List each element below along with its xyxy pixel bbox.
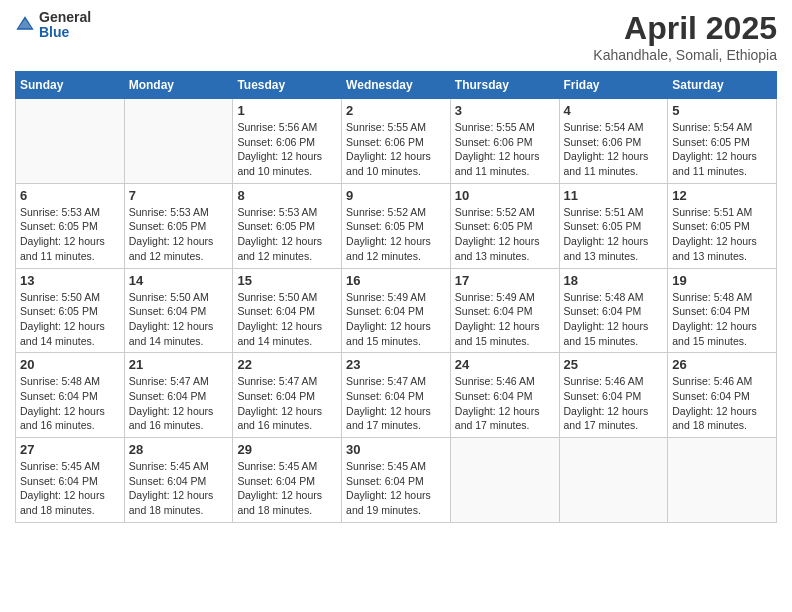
day-info: Sunrise: 5:53 AMSunset: 6:05 PMDaylight:… (237, 205, 337, 264)
day-number: 16 (346, 273, 446, 288)
calendar-cell (16, 99, 125, 184)
week-row-4: 20Sunrise: 5:48 AMSunset: 6:04 PMDayligh… (16, 353, 777, 438)
calendar-cell: 13Sunrise: 5:50 AMSunset: 6:05 PMDayligh… (16, 268, 125, 353)
calendar-cell (668, 438, 777, 523)
calendar-cell: 8Sunrise: 5:53 AMSunset: 6:05 PMDaylight… (233, 183, 342, 268)
day-info: Sunrise: 5:47 AMSunset: 6:04 PMDaylight:… (346, 374, 446, 433)
calendar-header: SundayMondayTuesdayWednesdayThursdayFrid… (16, 72, 777, 99)
day-number: 14 (129, 273, 229, 288)
weekday-header-wednesday: Wednesday (342, 72, 451, 99)
day-info: Sunrise: 5:50 AMSunset: 6:04 PMDaylight:… (129, 290, 229, 349)
week-row-1: 1Sunrise: 5:56 AMSunset: 6:06 PMDaylight… (16, 99, 777, 184)
calendar-cell: 28Sunrise: 5:45 AMSunset: 6:04 PMDayligh… (124, 438, 233, 523)
calendar-cell: 14Sunrise: 5:50 AMSunset: 6:04 PMDayligh… (124, 268, 233, 353)
day-number: 8 (237, 188, 337, 203)
day-number: 29 (237, 442, 337, 457)
day-info: Sunrise: 5:45 AMSunset: 6:04 PMDaylight:… (237, 459, 337, 518)
day-number: 25 (564, 357, 664, 372)
calendar-cell: 29Sunrise: 5:45 AMSunset: 6:04 PMDayligh… (233, 438, 342, 523)
calendar-cell: 21Sunrise: 5:47 AMSunset: 6:04 PMDayligh… (124, 353, 233, 438)
day-number: 24 (455, 357, 555, 372)
day-info: Sunrise: 5:50 AMSunset: 6:05 PMDaylight:… (20, 290, 120, 349)
day-number: 11 (564, 188, 664, 203)
day-number: 2 (346, 103, 446, 118)
day-info: Sunrise: 5:49 AMSunset: 6:04 PMDaylight:… (346, 290, 446, 349)
day-info: Sunrise: 5:50 AMSunset: 6:04 PMDaylight:… (237, 290, 337, 349)
calendar-cell: 22Sunrise: 5:47 AMSunset: 6:04 PMDayligh… (233, 353, 342, 438)
weekday-header-saturday: Saturday (668, 72, 777, 99)
day-number: 21 (129, 357, 229, 372)
month-title: April 2025 (593, 10, 777, 47)
day-info: Sunrise: 5:49 AMSunset: 6:04 PMDaylight:… (455, 290, 555, 349)
day-number: 9 (346, 188, 446, 203)
day-info: Sunrise: 5:52 AMSunset: 6:05 PMDaylight:… (455, 205, 555, 264)
day-number: 12 (672, 188, 772, 203)
calendar-cell (450, 438, 559, 523)
weekday-header-thursday: Thursday (450, 72, 559, 99)
calendar-cell: 4Sunrise: 5:54 AMSunset: 6:06 PMDaylight… (559, 99, 668, 184)
day-number: 18 (564, 273, 664, 288)
logo: General Blue (15, 10, 91, 41)
page-header: General Blue April 2025 Kahandhale, Soma… (15, 10, 777, 63)
calendar-cell (559, 438, 668, 523)
day-number: 5 (672, 103, 772, 118)
week-row-3: 13Sunrise: 5:50 AMSunset: 6:05 PMDayligh… (16, 268, 777, 353)
day-number: 13 (20, 273, 120, 288)
calendar-cell: 12Sunrise: 5:51 AMSunset: 6:05 PMDayligh… (668, 183, 777, 268)
calendar-cell: 16Sunrise: 5:49 AMSunset: 6:04 PMDayligh… (342, 268, 451, 353)
day-info: Sunrise: 5:46 AMSunset: 6:04 PMDaylight:… (564, 374, 664, 433)
day-info: Sunrise: 5:51 AMSunset: 6:05 PMDaylight:… (564, 205, 664, 264)
day-number: 17 (455, 273, 555, 288)
day-info: Sunrise: 5:45 AMSunset: 6:04 PMDaylight:… (20, 459, 120, 518)
day-number: 4 (564, 103, 664, 118)
day-info: Sunrise: 5:54 AMSunset: 6:05 PMDaylight:… (672, 120, 772, 179)
day-number: 26 (672, 357, 772, 372)
logo-text: General Blue (39, 10, 91, 41)
day-number: 3 (455, 103, 555, 118)
weekday-header-tuesday: Tuesday (233, 72, 342, 99)
day-number: 20 (20, 357, 120, 372)
calendar-cell: 17Sunrise: 5:49 AMSunset: 6:04 PMDayligh… (450, 268, 559, 353)
calendar-cell: 23Sunrise: 5:47 AMSunset: 6:04 PMDayligh… (342, 353, 451, 438)
calendar-cell: 30Sunrise: 5:45 AMSunset: 6:04 PMDayligh… (342, 438, 451, 523)
weekday-header-friday: Friday (559, 72, 668, 99)
day-info: Sunrise: 5:53 AMSunset: 6:05 PMDaylight:… (20, 205, 120, 264)
day-number: 19 (672, 273, 772, 288)
calendar-cell: 10Sunrise: 5:52 AMSunset: 6:05 PMDayligh… (450, 183, 559, 268)
day-number: 22 (237, 357, 337, 372)
calendar-cell: 20Sunrise: 5:48 AMSunset: 6:04 PMDayligh… (16, 353, 125, 438)
day-info: Sunrise: 5:46 AMSunset: 6:04 PMDaylight:… (672, 374, 772, 433)
week-row-2: 6Sunrise: 5:53 AMSunset: 6:05 PMDaylight… (16, 183, 777, 268)
day-number: 6 (20, 188, 120, 203)
day-number: 23 (346, 357, 446, 372)
day-info: Sunrise: 5:47 AMSunset: 6:04 PMDaylight:… (237, 374, 337, 433)
week-row-5: 27Sunrise: 5:45 AMSunset: 6:04 PMDayligh… (16, 438, 777, 523)
logo-icon (15, 15, 35, 35)
calendar-cell: 6Sunrise: 5:53 AMSunset: 6:05 PMDaylight… (16, 183, 125, 268)
calendar-cell: 5Sunrise: 5:54 AMSunset: 6:05 PMDaylight… (668, 99, 777, 184)
day-info: Sunrise: 5:48 AMSunset: 6:04 PMDaylight:… (564, 290, 664, 349)
calendar-cell: 24Sunrise: 5:46 AMSunset: 6:04 PMDayligh… (450, 353, 559, 438)
day-info: Sunrise: 5:55 AMSunset: 6:06 PMDaylight:… (455, 120, 555, 179)
day-info: Sunrise: 5:51 AMSunset: 6:05 PMDaylight:… (672, 205, 772, 264)
weekday-header-monday: Monday (124, 72, 233, 99)
calendar-cell: 1Sunrise: 5:56 AMSunset: 6:06 PMDaylight… (233, 99, 342, 184)
day-number: 1 (237, 103, 337, 118)
calendar-cell: 25Sunrise: 5:46 AMSunset: 6:04 PMDayligh… (559, 353, 668, 438)
calendar-cell (124, 99, 233, 184)
day-number: 7 (129, 188, 229, 203)
day-info: Sunrise: 5:47 AMSunset: 6:04 PMDaylight:… (129, 374, 229, 433)
day-number: 28 (129, 442, 229, 457)
day-info: Sunrise: 5:52 AMSunset: 6:05 PMDaylight:… (346, 205, 446, 264)
logo-blue-text: Blue (39, 25, 91, 40)
calendar-body: 1Sunrise: 5:56 AMSunset: 6:06 PMDaylight… (16, 99, 777, 523)
weekday-header-sunday: Sunday (16, 72, 125, 99)
calendar-cell: 3Sunrise: 5:55 AMSunset: 6:06 PMDaylight… (450, 99, 559, 184)
calendar-cell: 7Sunrise: 5:53 AMSunset: 6:05 PMDaylight… (124, 183, 233, 268)
calendar-cell: 9Sunrise: 5:52 AMSunset: 6:05 PMDaylight… (342, 183, 451, 268)
day-info: Sunrise: 5:45 AMSunset: 6:04 PMDaylight:… (346, 459, 446, 518)
day-info: Sunrise: 5:45 AMSunset: 6:04 PMDaylight:… (129, 459, 229, 518)
day-info: Sunrise: 5:53 AMSunset: 6:05 PMDaylight:… (129, 205, 229, 264)
title-block: April 2025 Kahandhale, Somali, Ethiopia (593, 10, 777, 63)
day-number: 15 (237, 273, 337, 288)
